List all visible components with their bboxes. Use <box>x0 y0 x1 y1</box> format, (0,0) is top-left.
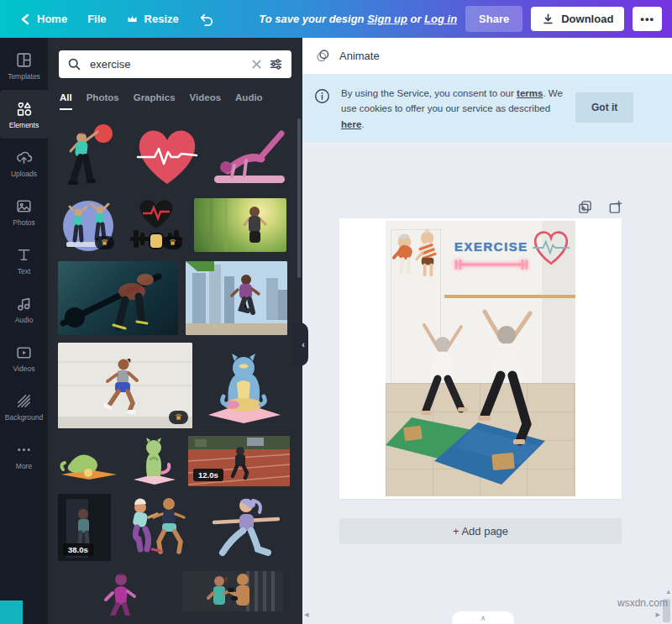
sidebar-item-videos[interactable]: Videos <box>0 333 48 382</box>
sidebar-item-elements[interactable]: Elements <box>0 90 48 139</box>
panel-scrollbar[interactable] <box>297 118 301 278</box>
cartoon-duo-graphic[interactable] <box>391 228 443 278</box>
results-row <box>58 571 292 616</box>
design-title-text[interactable]: EXERCISE <box>454 239 527 254</box>
design-page[interactable]: EXERCISE <box>339 218 622 499</box>
standing-cat-graphic <box>127 436 181 486</box>
result-tile-meditating-cat[interactable] <box>200 349 287 423</box>
log-in-link[interactable]: Log in <box>424 13 457 25</box>
duplicate-page-icon[interactable] <box>577 199 593 215</box>
heart-ekg-graphic[interactable] <box>530 226 572 270</box>
tab-photos[interactable]: Photos <box>87 89 119 110</box>
text-icon <box>15 246 33 264</box>
scroll-up-arrow[interactable]: ▴ <box>666 588 670 595</box>
chevron-left-icon <box>20 13 30 25</box>
sidebar-item-audio[interactable]: Audio <box>0 285 48 333</box>
search-bar[interactable] <box>59 50 291 78</box>
result-tile-running-woman-photo[interactable]: ♛ <box>58 343 192 428</box>
result-tile-barbell-gym-photo[interactable] <box>58 261 178 335</box>
sidebar-item-templates[interactable]: Templates <box>0 41 48 90</box>
save-prompt-text: To save your design <box>259 13 364 25</box>
clear-search-icon[interactable] <box>251 59 262 70</box>
file-label: File <box>87 13 106 25</box>
got-it-button[interactable]: Got it <box>575 92 633 123</box>
animate-icon <box>315 48 331 64</box>
warrior-pose-graphic <box>202 494 291 564</box>
result-tile-yoga-bird[interactable] <box>58 436 119 483</box>
download-button[interactable]: Download <box>531 7 624 31</box>
barbell-gym-graphic <box>58 261 178 335</box>
more-options-button[interactable]: ••• <box>633 7 662 31</box>
sidebar-item-photos[interactable]: Photos <box>0 187 48 236</box>
scroll-right-arrow[interactable]: ▸ <box>655 610 660 619</box>
neon-barbell-graphic[interactable] <box>449 260 533 270</box>
forest-jog-graphic <box>194 198 286 252</box>
tab-videos[interactable]: Videos <box>190 89 222 110</box>
corner-accent-square <box>0 600 23 624</box>
chevron-left-small-icon: ‹ <box>302 339 305 349</box>
resize-label: Resize <box>144 13 179 25</box>
sidebar-item-text[interactable]: Text <box>0 236 48 285</box>
results-row <box>58 120 292 191</box>
undo-icon <box>199 13 214 26</box>
result-tile-standing-cat[interactable] <box>127 436 181 486</box>
save-prompt-or: or <box>410 13 421 25</box>
info-icon <box>314 88 330 104</box>
tab-audio[interactable]: Audio <box>235 89 263 110</box>
sidebar-item-uploads[interactable]: Uploads <box>0 139 48 187</box>
download-label: Download <box>561 13 613 25</box>
sidebar-label: Uploads <box>11 170 37 178</box>
result-tile-pink-workout[interactable] <box>211 120 288 191</box>
ellipsis-icon: ••• <box>640 13 654 25</box>
home-button[interactable]: Home <box>10 8 77 30</box>
animate-button[interactable]: Animate <box>315 48 380 64</box>
design-photo[interactable]: EXERCISE <box>386 221 575 496</box>
result-tile-warrior-pose[interactable] <box>202 494 291 564</box>
audio-note-icon <box>15 295 33 312</box>
results-row: 12.0s <box>58 436 292 486</box>
add-page-button[interactable]: + Add page <box>339 518 622 544</box>
search-input[interactable] <box>88 57 244 71</box>
result-tile-duo-squat[interactable] <box>118 494 195 558</box>
scroll-left-arrow[interactable]: ◂ <box>304 610 309 619</box>
watermark-text: wsxdn.com <box>617 597 668 609</box>
canvas-area: Animate By using the Service, you consen… <box>302 38 672 624</box>
undo-button[interactable] <box>189 8 224 31</box>
sidebar-item-background[interactable]: Background <box>0 382 48 431</box>
sidebar-label: Audio <box>15 316 34 324</box>
filter-icon[interactable] <box>269 57 283 71</box>
result-tile-gym-workout-video[interactable]: 38.0s <box>58 494 111 561</box>
share-button[interactable]: Share <box>465 6 522 32</box>
video-play-icon <box>15 343 33 361</box>
tab-all[interactable]: All <box>60 89 72 110</box>
download-icon <box>542 13 554 25</box>
terms-link[interactable]: terms <box>517 88 543 98</box>
file-button[interactable]: File <box>77 8 116 30</box>
add-new-page-icon[interactable] <box>607 199 623 215</box>
heart-pulse-graphic <box>131 120 203 191</box>
yoga-bird-graphic <box>58 436 119 483</box>
result-tile-heart-pulse[interactable] <box>131 120 203 191</box>
sign-up-link[interactable]: Sign up <box>367 13 407 25</box>
background-hatch-icon <box>15 392 33 410</box>
result-tile-track-workout-video[interactable]: 12.0s <box>188 436 290 486</box>
here-link[interactable]: here <box>341 119 361 129</box>
templates-icon <box>15 51 33 69</box>
panel-collapse-handle[interactable]: ‹ <box>291 322 308 366</box>
result-tile-city-runner-photo[interactable] <box>186 261 287 335</box>
result-tile-duo-workout-circle[interactable]: ♛ <box>58 198 118 254</box>
duo-squat-graphic <box>118 494 195 558</box>
results-row <box>58 261 292 335</box>
result-tile-forest-jog-photo[interactable] <box>194 198 286 252</box>
meditating-cat-graphic <box>200 349 287 423</box>
tab-graphics[interactable]: Graphics <box>134 89 176 110</box>
result-tile-woman-with-ball[interactable] <box>58 120 123 191</box>
resize-button[interactable]: Resize <box>117 8 189 30</box>
result-tile-heart-dumbbell[interactable]: ♛ <box>126 197 186 254</box>
notice-text-3: . <box>361 119 364 129</box>
result-tile-magenta-runner[interactable] <box>94 571 144 616</box>
canva-editor: Home File Resize To save your design Sig… <box>0 0 672 624</box>
page-manager-toggle[interactable]: ∧ <box>452 611 514 624</box>
result-tile-gym-couple-photo[interactable] <box>182 571 283 611</box>
sidebar-item-more[interactable]: More <box>0 431 48 480</box>
